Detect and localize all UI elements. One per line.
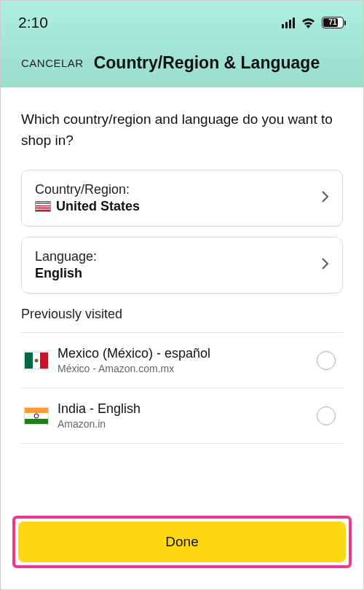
us-flag-icon bbox=[35, 201, 51, 212]
radio-button[interactable] bbox=[317, 351, 336, 370]
header: CANCELAR Country/Region & Language bbox=[1, 44, 363, 87]
footer: Done bbox=[1, 508, 363, 575]
done-button-highlight: Done bbox=[12, 516, 352, 568]
country-value: United States bbox=[56, 199, 140, 214]
language-selector[interactable]: Language: English bbox=[21, 237, 343, 294]
page-title: Country/Region & Language bbox=[94, 53, 320, 73]
cancel-button[interactable]: CANCELAR bbox=[21, 57, 84, 69]
status-time: 2:10 bbox=[18, 14, 48, 31]
previously-visited-item[interactable]: Mexico (México) - español México - Amazo… bbox=[21, 333, 343, 388]
previously-visited-item[interactable]: India - English Amazon.in bbox=[21, 388, 343, 444]
status-icons: 71 bbox=[282, 17, 347, 28]
chevron-right-icon bbox=[320, 189, 329, 207]
pv-name: India - English bbox=[58, 401, 317, 417]
language-label: Language: bbox=[35, 249, 97, 264]
mexico-flag-icon bbox=[24, 352, 49, 369]
radio-button[interactable] bbox=[317, 406, 336, 425]
india-flag-icon bbox=[24, 407, 49, 425]
chevron-right-icon bbox=[320, 256, 329, 274]
country-region-selector[interactable]: Country/Region: United States bbox=[21, 170, 343, 227]
pv-sub: México - Amazon.com.mx bbox=[58, 363, 317, 374]
language-value: English bbox=[35, 266, 82, 281]
prompt-text: Which country/region and language do you… bbox=[21, 109, 343, 151]
previously-visited-list: Mexico (México) - español México - Amazo… bbox=[21, 332, 343, 444]
previously-visited-title: Previously visited bbox=[21, 307, 343, 322]
done-button[interactable]: Done bbox=[18, 522, 346, 562]
pv-sub: Amazon.in bbox=[58, 418, 317, 430]
content: Which country/region and language do you… bbox=[1, 87, 363, 444]
status-bar: 2:10 71 bbox=[1, 1, 363, 44]
pv-name: Mexico (México) - español bbox=[58, 346, 317, 361]
cellular-signal-icon bbox=[282, 17, 296, 28]
country-label: Country/Region: bbox=[35, 182, 140, 197]
wifi-icon bbox=[301, 17, 316, 28]
battery-icon: 71 bbox=[322, 17, 346, 28]
